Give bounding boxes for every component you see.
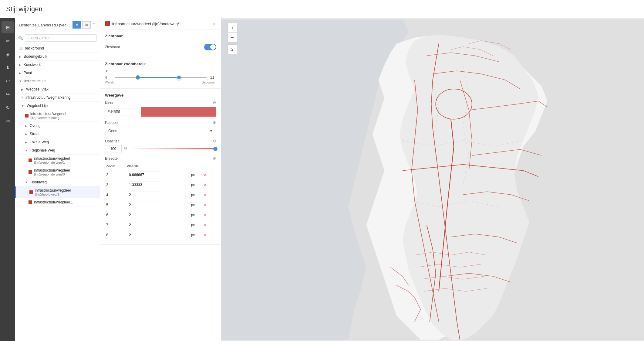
download-toolbar-icon[interactable]: ⬇: [2, 61, 14, 73]
layer-item-regionale-weg[interactable]: ▼ Regionale Weg: [15, 146, 100, 155]
layer-item-overig[interactable]: ▶ Overig: [15, 122, 100, 130]
toggle-knob: [210, 44, 216, 50]
style-panel-icon: [105, 21, 110, 26]
layer-item-hoofdweg-1[interactable]: infrastructuur/wegdeel (lijn)/hoofdweg/1: [15, 186, 100, 198]
layer-item-reg-weg-1[interactable]: infrastructuur/wegdeel (lijn)/regionale …: [15, 155, 100, 166]
layer-item-lokale-weg[interactable]: ▶ Lokale Weg: [15, 138, 100, 146]
mail-toolbar-icon[interactable]: ✉: [2, 115, 14, 127]
breedte-table-row: 7 px ✕: [105, 220, 216, 230]
breedte-value-cell[interactable]: [126, 170, 190, 180]
chevron-down-icon: ▼: [25, 149, 28, 152]
color-value-input[interactable]: #d45f5f: [105, 108, 138, 115]
breedte-table-row: 2 px ✕: [105, 170, 216, 180]
layer-item-wegdeel-lijn[interactable]: ▼ Wegdeel Lijn: [15, 102, 100, 110]
zoom-range-thumb-left[interactable]: [136, 75, 140, 80]
layer-label: Overig: [30, 124, 96, 128]
breedte-unit-cell: px: [190, 190, 201, 200]
breedte-delete-button[interactable]: ✕: [202, 193, 208, 197]
breedte-zoom-cell: 2: [105, 170, 126, 180]
breedte-delete-button[interactable]: ✕: [202, 213, 208, 217]
layer-item-hoofdweg[interactable]: ▼ Hoofdweg: [15, 178, 100, 186]
breedte-value-input[interactable]: [127, 222, 160, 228]
chevron-right-icon: ▶: [19, 55, 21, 58]
layer-label: Pand: [24, 71, 96, 75]
breedte-delete-button[interactable]: ✕: [202, 182, 208, 187]
visibility-toggle[interactable]: [204, 44, 216, 50]
layer-item-reg-weg-0[interactable]: infrastructuur/wegdeel (lijn)/regionale …: [15, 166, 100, 178]
breedte-delete-button[interactable]: ✕: [202, 203, 208, 207]
breedte-delete-cell[interactable]: ✕: [201, 220, 216, 230]
pattern-gear-icon[interactable]: ⚙: [213, 120, 216, 125]
visibility-section: Zichtbaar Zichtbaar: [100, 29, 221, 57]
breedte-delete-cell[interactable]: ✕: [201, 190, 216, 200]
breedte-value-cell[interactable]: [126, 190, 190, 200]
layer-label: Kunstwerk: [24, 63, 96, 67]
layer-item-kunstwerk[interactable]: ▶ Kunstwerk: [15, 61, 100, 69]
opacity-track[interactable]: [131, 148, 216, 149]
breedte-value-cell[interactable]: [126, 210, 190, 220]
opacity-gear-icon[interactable]: ⚙: [213, 139, 216, 143]
opacity-value-input[interactable]: 100: [105, 145, 122, 152]
zoom-in-button[interactable]: +: [228, 23, 237, 33]
hook-toolbar-icon[interactable]: ↪: [2, 88, 14, 100]
breedte-table-row: 3 px ✕: [105, 180, 216, 190]
breedte-value-cell[interactable]: [126, 220, 190, 230]
zoom-range-thumb-right[interactable]: [177, 75, 181, 80]
layer-label: infrastructuur/wegdeel: [35, 188, 71, 193]
color-swatch[interactable]: [141, 107, 216, 117]
layer-item-wegdeel-vlak[interactable]: ▶ Wegdeel Vlak: [15, 85, 100, 94]
weergave-title: Weergave: [105, 93, 216, 97]
layer-item-wegmarkering[interactable]: ✎ infrastructuur/wegmarkering: [15, 94, 100, 102]
page-title: Stijl wijzigen: [6, 5, 42, 13]
breedte-value-input[interactable]: [127, 232, 160, 238]
breedte-delete-button[interactable]: ✕: [202, 233, 208, 237]
layer-icon-red: [29, 190, 33, 194]
refresh-toolbar-icon[interactable]: ↻: [2, 101, 14, 114]
breedte-delete-cell[interactable]: ✕: [201, 230, 216, 240]
opacity-thumb[interactable]: [213, 147, 217, 151]
breedte-delete-cell[interactable]: ✕: [201, 170, 216, 180]
layer-item-background[interactable]: background: [15, 44, 100, 53]
top-bar: Stijl wijzigen: [0, 0, 644, 18]
layer-item-veerverbinding[interactable]: infrastructuur/wegdeel (lijn)/veerverbin…: [15, 110, 100, 122]
collapse-style-panel-btn[interactable]: »: [212, 22, 216, 26]
layer-label: Lokale Weg: [30, 140, 96, 144]
layer-label: Bodemgebruik: [24, 54, 96, 59]
breedte-zoom-cell: 7: [105, 220, 126, 230]
zoom-out-button[interactable]: −: [228, 33, 237, 43]
grid-view-btn[interactable]: ⊞: [82, 21, 91, 29]
breedte-delete-cell[interactable]: ✕: [201, 200, 216, 210]
breedte-value-input[interactable]: [127, 172, 160, 178]
breedte-value-input[interactable]: [127, 212, 160, 218]
layer-item-bodemgebruik[interactable]: ▶ Bodemgebruik: [15, 53, 100, 61]
pattern-label: Patroon: [105, 121, 118, 125]
undo-toolbar-icon[interactable]: ↩: [2, 75, 14, 87]
map-toolbar-icon[interactable]: ◈: [2, 48, 14, 60]
breedte-value-input[interactable]: [127, 202, 160, 208]
breedte-value-cell[interactable]: [126, 230, 190, 240]
brush-toolbar-icon[interactable]: ✏: [2, 35, 14, 47]
breedte-delete-cell[interactable]: ✕: [201, 210, 216, 220]
breedte-gear-icon[interactable]: ⚙: [213, 156, 216, 161]
layer-item-infrastructuur[interactable]: ▼ Infrastructuur: [15, 77, 100, 85]
color-gear-icon[interactable]: ⚙: [213, 101, 216, 105]
breedte-value-input[interactable]: [127, 182, 160, 188]
breedte-value-cell[interactable]: [126, 180, 190, 190]
layer-sublabel: (lijn)/hoofdweg/1: [35, 193, 71, 196]
pattern-chevron-icon: ▼: [209, 129, 213, 133]
layer-icon-red: [25, 114, 29, 118]
map-area[interactable]: + − 2: [221, 18, 644, 341]
breedte-delete-button[interactable]: ✕: [202, 223, 208, 227]
pattern-select[interactable]: Geen ▼: [105, 127, 216, 135]
layer-item-straat[interactable]: ▶ Straat: [15, 130, 100, 138]
layers-toolbar-icon[interactable]: ⊞: [2, 21, 14, 33]
layers-search-input[interactable]: [25, 34, 97, 42]
layer-item-pand[interactable]: ▶ Pand: [15, 69, 100, 77]
layer-item-hoofdweg-0[interactable]: infrastructuur/wegdeel...: [15, 198, 100, 206]
breedte-delete-button[interactable]: ✕: [202, 172, 208, 177]
breedte-value-cell[interactable]: [126, 200, 190, 210]
breedte-delete-cell[interactable]: ✕: [201, 180, 216, 190]
collapse-panel-btn[interactable]: «: [92, 21, 96, 29]
breedte-value-input[interactable]: [127, 192, 160, 198]
list-view-btn[interactable]: ≡: [72, 21, 81, 29]
